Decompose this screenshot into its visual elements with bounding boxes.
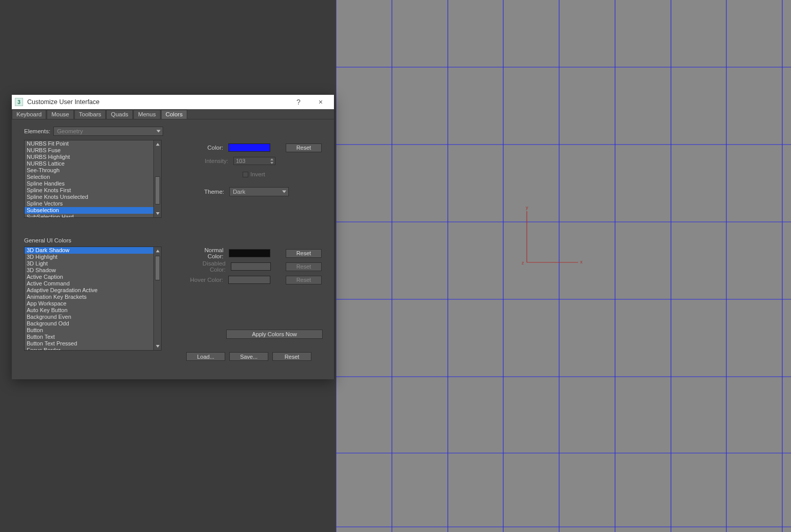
scroll-track[interactable] <box>154 255 161 342</box>
list-item[interactable]: NURBS Fit Point <box>25 140 153 147</box>
checkbox-box <box>243 172 248 177</box>
grid-horizontal <box>336 67 791 527</box>
close-button[interactable]: × <box>310 95 331 109</box>
tabstrip: KeyboardMouseToolbarsQuadsMenusColors <box>12 109 334 119</box>
intensity-value: 103 <box>236 158 245 164</box>
theme-value: Dark <box>233 189 245 195</box>
viewport-top[interactable]: y x z <box>336 0 791 532</box>
elements-dropdown[interactable]: Geometry <box>53 127 163 136</box>
reset-hover-button: Reset <box>286 276 322 284</box>
tab-menus[interactable]: Menus <box>133 110 161 119</box>
svg-marker-23 <box>156 345 160 347</box>
scroll-up-icon[interactable] <box>154 247 161 255</box>
customize-ui-dialog: 3 Customize User Interface ? × KeyboardM… <box>12 95 334 379</box>
hover-color-swatch <box>228 276 270 284</box>
general-colors-title: General UI Colors <box>24 237 322 243</box>
list-item[interactable]: Auto Key Button <box>25 307 153 314</box>
invert-label: Invert <box>250 171 265 177</box>
chevron-down-icon <box>282 191 286 193</box>
general-colors-listbox[interactable]: 3D Dark Shadow3D Highlight3D Light3D Sha… <box>24 247 162 351</box>
list-item[interactable]: Button Text Pressed <box>25 340 153 347</box>
list-item[interactable]: Active Command <box>25 280 153 287</box>
svg-marker-20 <box>270 158 273 160</box>
list-item[interactable]: Focus Border <box>25 347 153 350</box>
disabled-color-label: Disabled Color: <box>187 260 226 273</box>
apply-colors-button[interactable]: Apply Colors Now <box>226 330 323 339</box>
svg-marker-22 <box>156 250 160 252</box>
elements-label: Elements: <box>24 128 50 134</box>
list-item[interactable]: NURBS Highlight <box>25 154 153 160</box>
hover-color-label: Hover Color: <box>190 277 223 283</box>
list-item[interactable]: Active Caption <box>25 274 153 280</box>
list-item[interactable]: Spline Handles <box>25 180 153 187</box>
list-item[interactable]: 3D Light <box>25 260 153 267</box>
list-item[interactable]: NURBS Fuse <box>25 147 153 154</box>
list-item[interactable]: Adaptive Degradation Active <box>25 287 153 294</box>
list-item[interactable]: Background Odd <box>25 320 153 327</box>
origin-gizmo: y x z <box>522 205 583 265</box>
scrollbar[interactable] <box>153 140 161 217</box>
list-item[interactable]: App Workspace <box>25 300 153 307</box>
list-item[interactable]: See-Through <box>25 167 153 174</box>
axis-x-label: x <box>580 259 583 264</box>
reset-button[interactable]: Reset <box>272 352 311 361</box>
invert-checkbox[interactable]: Invert <box>243 171 265 177</box>
svg-marker-21 <box>270 162 273 164</box>
tab-colors[interactable]: Colors <box>161 110 187 119</box>
normal-color-swatch[interactable] <box>229 249 271 257</box>
dialog-title: Customize User Interface <box>27 98 287 106</box>
normal-color-label: Normal Color: <box>187 247 224 259</box>
list-item[interactable]: NURBS Lattice <box>25 160 153 167</box>
load-button[interactable]: Load... <box>186 352 225 361</box>
save-button[interactable]: Save... <box>229 352 268 361</box>
intensity-spinner[interactable]: 103 <box>233 157 275 165</box>
help-button[interactable]: ? <box>291 95 306 109</box>
reset-disabled-button: Reset <box>286 262 322 271</box>
list-item[interactable]: Background Even <box>25 314 153 320</box>
spinner-down-icon[interactable] <box>269 161 274 165</box>
theme-dropdown[interactable]: Dark <box>229 187 289 196</box>
geometry-listbox[interactable]: NURBS Fit PointNURBS FuseNURBS Highlight… <box>24 140 162 218</box>
intensity-label: Intensity: <box>205 158 228 164</box>
svg-marker-18 <box>156 143 160 146</box>
scroll-up-icon[interactable] <box>154 140 161 148</box>
list-item[interactable]: Button <box>25 327 153 334</box>
list-item[interactable]: Animation Key Brackets <box>25 294 153 300</box>
app-icon: 3 <box>15 98 23 106</box>
list-item[interactable]: 3D Highlight <box>25 254 153 260</box>
theme-label: Theme: <box>204 189 224 195</box>
scroll-track[interactable] <box>154 148 161 210</box>
list-item[interactable]: Selection <box>25 174 153 180</box>
scroll-thumb[interactable] <box>155 256 160 280</box>
scroll-thumb[interactable] <box>155 176 160 204</box>
spinner-up-icon[interactable] <box>269 157 274 161</box>
chevron-down-icon <box>156 130 161 133</box>
list-item[interactable]: Button Text <box>25 334 153 340</box>
grid-vertical <box>336 0 782 532</box>
tab-toolbars[interactable]: Toolbars <box>74 110 106 119</box>
color-label: Color: <box>207 145 223 151</box>
list-item[interactable]: Spline Knots Unselected <box>25 194 153 200</box>
svg-marker-19 <box>156 212 160 215</box>
tab-quads[interactable]: Quads <box>106 110 133 119</box>
reset-normal-button[interactable]: Reset <box>286 249 322 258</box>
axis-y-label: y <box>526 205 528 210</box>
axis-z-label: z <box>522 260 524 265</box>
elements-dropdown-value: Geometry <box>57 128 83 134</box>
scroll-down-icon[interactable] <box>154 342 161 350</box>
list-item[interactable]: Spline Knots First <box>25 187 153 194</box>
list-item[interactable]: Spline Vectors <box>25 200 153 207</box>
tab-mouse[interactable]: Mouse <box>47 110 74 119</box>
disabled-color-swatch <box>231 262 271 271</box>
tab-keyboard[interactable]: Keyboard <box>12 110 46 119</box>
scroll-down-icon[interactable] <box>154 210 161 217</box>
titlebar[interactable]: 3 Customize User Interface ? × <box>12 95 334 109</box>
color-swatch[interactable] <box>228 144 270 152</box>
list-item[interactable]: 3D Dark Shadow <box>25 247 153 254</box>
list-item[interactable]: Subselection <box>25 207 153 214</box>
list-item[interactable]: 3D Shadow <box>25 267 153 274</box>
list-item[interactable]: SubSelection Hard <box>25 214 153 217</box>
scrollbar[interactable] <box>153 247 161 350</box>
reset-color-button[interactable]: Reset <box>286 144 322 152</box>
grid-svg: y x z <box>336 0 791 532</box>
